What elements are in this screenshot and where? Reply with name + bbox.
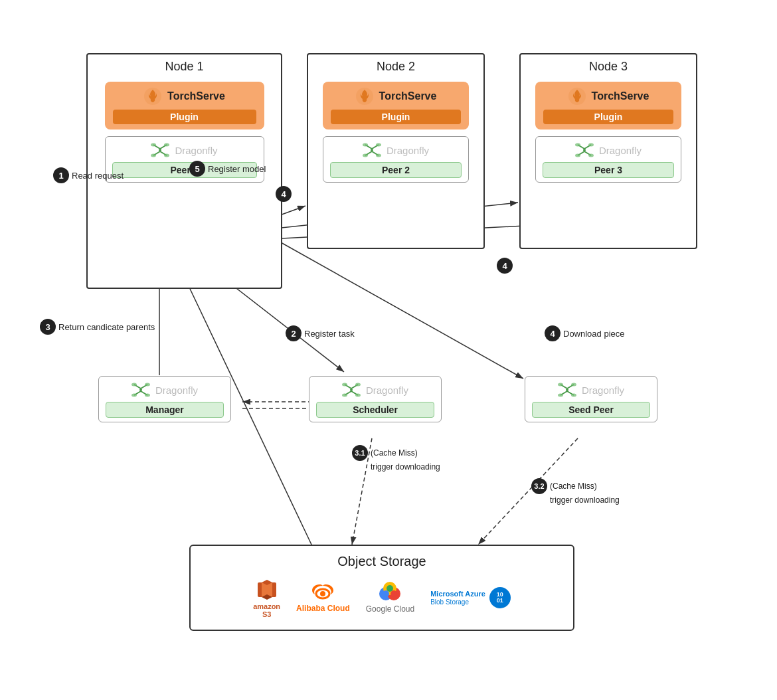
svg-point-53 <box>145 394 150 397</box>
svg-point-34 <box>376 154 381 157</box>
svg-point-45 <box>139 389 142 391</box>
azure-label: Microsoft Azure <box>430 590 485 598</box>
amazon-s3-logo: amazonS3 <box>253 577 280 618</box>
google-cloud-icon <box>377 582 403 603</box>
torchserve1-text: TorchServe <box>167 90 225 102</box>
svg-point-31 <box>363 143 368 147</box>
step5-badge: 5 <box>189 161 205 177</box>
step3-2-text: (Cache Miss) <box>550 481 597 491</box>
svg-point-24 <box>164 154 169 157</box>
azure-blob-label: Blob Storage <box>430 598 469 606</box>
step3-1-label: 3.1 (Cache Miss) trigger downloading <box>352 445 440 472</box>
manager-name: Manager <box>106 402 224 418</box>
step5-text: Register model <box>208 164 266 174</box>
torchserve2-plugin: Plugin <box>331 110 461 124</box>
svg-point-43 <box>575 154 580 157</box>
torch-icon-1 <box>143 87 162 106</box>
df-icon-2 <box>363 141 381 159</box>
scheduler-dragonfly-label: Dragonfly <box>342 381 408 399</box>
df-label-manager: Dragonfly <box>155 385 198 396</box>
svg-point-83 <box>390 590 397 597</box>
aws-label: amazonS3 <box>253 602 280 618</box>
step2-label: 2 Register task <box>286 325 355 341</box>
svg-point-77 <box>320 591 325 596</box>
alibaba-logo: Alibaba Cloud <box>296 582 350 613</box>
step3-2-text2: trigger downloading <box>531 495 620 505</box>
step4b-label: 4 <box>497 258 513 274</box>
svg-point-62 <box>355 394 361 397</box>
svg-point-71 <box>571 394 576 397</box>
svg-point-50 <box>131 383 137 387</box>
svg-point-44 <box>588 154 594 157</box>
azure-logo: Microsoft Azure Blob Storage 1001 <box>430 587 511 608</box>
svg-point-59 <box>342 383 347 387</box>
object-storage-box: Object Storage amazonS3 <box>189 545 574 631</box>
step3-badge: 3 <box>40 319 56 335</box>
torchserve2-text: TorchServe <box>379 90 437 102</box>
df-label-seedpeer: Dragonfly <box>582 385 624 396</box>
svg-point-52 <box>131 394 137 397</box>
svg-point-36 <box>583 149 586 151</box>
svg-point-81 <box>387 585 393 592</box>
dragonfly-peer2: Dragonfly Peer 2 <box>323 136 469 183</box>
node3-label: Node 3 <box>521 54 696 76</box>
dragonfly-peer3: Dragonfly Peer 3 <box>535 136 681 183</box>
step3-label: 3 Return candicate parents <box>40 319 155 335</box>
step5-label: 5 Register model <box>189 161 266 177</box>
step4c-text: Download piece <box>563 329 625 339</box>
torchserve1: TorchServe Plugin <box>105 82 264 130</box>
aws-s3-icon <box>255 577 279 601</box>
storage-title: Object Storage <box>337 554 426 569</box>
svg-point-70 <box>558 394 563 397</box>
node1-label: Node 1 <box>88 54 281 76</box>
scheduler-name: Scheduler <box>316 402 434 418</box>
step2-text: Register task <box>304 329 355 339</box>
step3-2-badge: 3.2 <box>531 478 547 494</box>
step4a-badge: 4 <box>276 186 292 202</box>
torchserve2-title: TorchServe <box>355 87 437 106</box>
df-label-scheduler: Dragonfly <box>366 385 408 396</box>
step4b-badge: 4 <box>497 258 513 274</box>
step3-1-badge: 3.1 <box>352 445 368 461</box>
azure-icon: 1001 <box>489 587 511 608</box>
torch-icon-3 <box>568 87 586 106</box>
df-icon-seedpeer <box>558 381 576 399</box>
step4c-badge: 4 <box>545 325 561 341</box>
step3-text: Return candicate parents <box>58 322 155 332</box>
svg-point-68 <box>558 383 563 387</box>
step1-text: Read request <box>72 171 124 181</box>
step3-1-text: (Cache Miss) <box>371 448 418 458</box>
svg-point-21 <box>151 143 156 147</box>
step1-badge: 1 <box>53 167 69 183</box>
svg-point-22 <box>164 143 169 147</box>
svg-line-11 <box>269 236 523 379</box>
df-label-1: Dragonfly <box>175 145 217 156</box>
df-icon-manager <box>131 381 150 399</box>
svg-point-16 <box>159 149 161 151</box>
svg-point-63 <box>566 389 568 391</box>
svg-point-60 <box>355 383 361 387</box>
manager-box: Dragonfly Manager <box>98 376 231 422</box>
step4a-label: 4 <box>276 186 292 202</box>
svg-point-61 <box>342 394 347 397</box>
svg-point-26 <box>371 149 373 151</box>
svg-point-23 <box>151 154 156 157</box>
torchserve1-title: TorchServe <box>143 87 225 106</box>
svg-point-41 <box>575 143 580 147</box>
google-cloud-label: Google Cloud <box>366 604 414 614</box>
df-icon-3 <box>575 141 594 159</box>
svg-point-54 <box>350 389 353 391</box>
node2-label: Node 2 <box>308 54 483 76</box>
peer3-dragonfly-label: Dragonfly <box>575 141 642 159</box>
scheduler-box: Dragonfly Scheduler <box>309 376 442 422</box>
df-label-2: Dragonfly <box>387 145 429 156</box>
torch-icon-2 <box>355 87 374 106</box>
diagram-container: Node 1 TorchServe Plugin <box>0 0 777 700</box>
df-icon-scheduler <box>342 381 361 399</box>
df-icon-1 <box>151 141 169 159</box>
alibaba-label: Alibaba Cloud <box>296 604 350 613</box>
seedpeer-box: Dragonfly Seed Peer <box>525 376 657 422</box>
svg-point-32 <box>376 143 381 147</box>
manager-dragonfly-label: Dragonfly <box>131 381 198 399</box>
svg-point-33 <box>363 154 368 157</box>
